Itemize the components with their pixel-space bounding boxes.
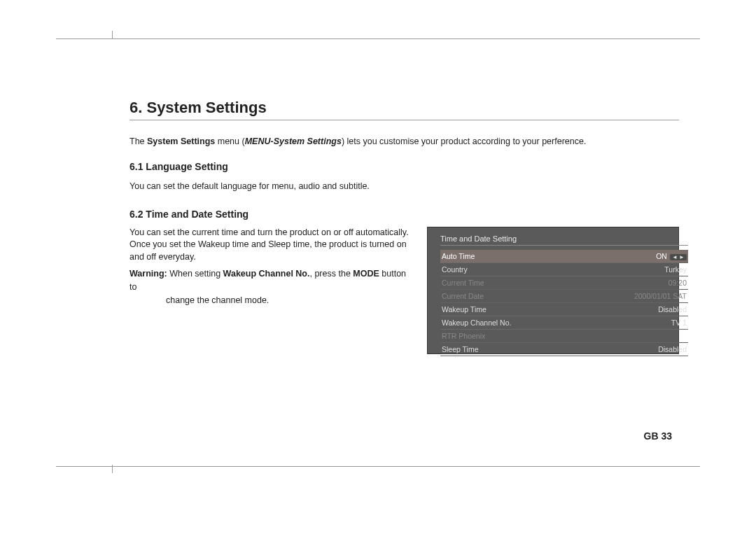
intro-bolditalic: MENU-System Settings	[245, 136, 342, 146]
osd-row-label: Wakeup Time	[442, 305, 486, 314]
intro-mid: menu (	[215, 136, 244, 146]
osd-row: Wakeup TimeDisabled	[440, 303, 688, 316]
osd-row-label: Wakeup Channel No.	[442, 318, 511, 327]
osd-row: Sleep TimeDisabled	[440, 343, 688, 356]
chapter-underline	[130, 120, 679, 120]
warning-bold1: Wakeup Channel No.	[223, 269, 310, 279]
osd-screenshot: Time and Date Setting Auto TimeON◄ ►Coun…	[427, 227, 679, 354]
intro-bold1: System Settings	[147, 136, 215, 146]
osd-rows-container: Auto TimeON◄ ►CountryTurkeyCurrent Time0…	[440, 250, 688, 356]
osd-row: Current Date2000/01/01 SAT	[440, 290, 688, 303]
osd-row: Current Time09:20	[440, 276, 688, 290]
section-6-2-p1: You can set the current time and turn th…	[130, 227, 410, 264]
intro-suffix: ) lets you customise your product accord…	[342, 136, 586, 146]
osd-panel: Time and Date Setting Auto TimeON◄ ►Coun…	[440, 234, 688, 356]
osd-row-value: TV 1	[671, 318, 687, 327]
osd-row-label: Auto Time	[442, 252, 475, 260]
osd-row-value: 09:20	[668, 279, 687, 287]
intro-paragraph: The System Settings menu (MENU-System Se…	[130, 136, 679, 148]
osd-row-label: Current Time	[442, 279, 484, 287]
warning-line2: change the channel mode.	[166, 294, 269, 307]
page-frame: 6. System Settings The System Settings m…	[56, 38, 700, 467]
section-6-2-body: You can set the current time and turn th…	[130, 227, 679, 354]
warning-block: Warning: When setting Wakeup Channel No.…	[130, 267, 410, 307]
osd-row-value: 2000/01/01 SAT	[634, 292, 687, 300]
osd-row-label: RTR Phoenix	[442, 332, 485, 340]
osd-row-label: Sleep Time	[442, 345, 479, 353]
chapter-title: 6. System Settings	[130, 99, 679, 117]
section-6-2-title: 6.2 Time and Date Setting	[130, 209, 679, 220]
osd-row: Auto TimeON◄ ►	[440, 250, 688, 263]
osd-row-value: Disabled	[658, 345, 687, 353]
section-6-2-text-col: You can set the current time and turn th…	[130, 227, 410, 307]
warning-bold2: MODE	[353, 269, 379, 279]
osd-row-label: Current Date	[442, 292, 484, 300]
osd-arrow-control-icon: ◄ ►	[670, 254, 687, 260]
osd-row: Wakeup Channel No.TV 1	[440, 316, 688, 330]
page-content: 6. System Settings The System Settings m…	[56, 39, 700, 354]
osd-row: CountryTurkey	[440, 263, 688, 276]
page-number: GB 33	[644, 430, 672, 442]
osd-title: Time and Date Setting	[440, 234, 688, 246]
warning-label: Warning:	[130, 269, 167, 279]
osd-row: RTR Phoenix	[440, 330, 688, 343]
osd-row-value: ON◄ ►	[656, 252, 687, 260]
sec62-p1-text: You can set the current time and turn th…	[130, 227, 409, 237]
sec62-p2-text: Once you set the Wakeup time and Sleep t…	[130, 239, 407, 262]
osd-row-label: Country	[442, 265, 468, 274]
warning-text1: When setting	[167, 269, 223, 279]
section-6-1-title: 6.1 Language Setting	[130, 161, 679, 172]
osd-row-value: Disabled	[658, 305, 687, 314]
osd-row-value: Turkey	[664, 265, 687, 274]
intro-prefix: The	[130, 136, 147, 146]
section-6-1-text: You can set the default language for men…	[130, 181, 679, 193]
warning-text2: , press the	[309, 269, 353, 279]
